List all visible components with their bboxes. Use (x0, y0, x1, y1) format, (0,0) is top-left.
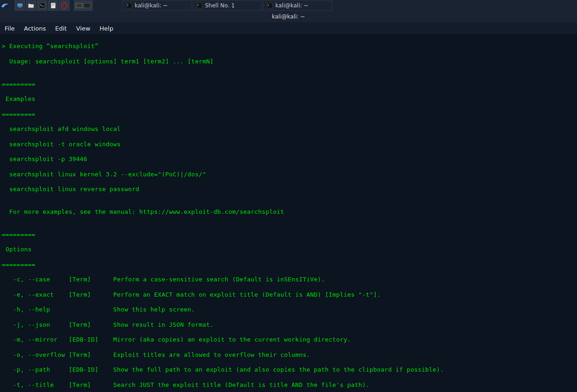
svg-rect-2 (39, 3, 45, 8)
terminal-output[interactable]: > Executing “searchsploit” Usage: search… (0, 34, 577, 392)
svg-point-7 (62, 3, 67, 8)
term-line: ========= (2, 231, 575, 238)
terminal-mini-icon (197, 3, 202, 8)
browser-icon[interactable] (59, 0, 69, 11)
term-line: -o, --overflow [Term] Exploit titles are… (2, 351, 575, 359)
term-line: Options (2, 246, 575, 253)
desktop-icon[interactable] (15, 0, 25, 11)
files-icon[interactable] (26, 0, 36, 11)
term-line: ========= (2, 81, 575, 88)
menu-view[interactable]: View (76, 25, 90, 32)
term-line: searchsploit -t oracle windows (2, 141, 575, 148)
term-line: -e, --exact [Term] Perform an EXACT matc… (2, 291, 575, 299)
workspace-switcher-icon[interactable] (74, 0, 93, 11)
menu-file[interactable]: File (5, 25, 15, 32)
svg-rect-13 (267, 3, 273, 8)
svg-rect-12 (197, 3, 202, 8)
taskbar-btn-shell[interactable]: Shell No. 1 (192, 0, 262, 11)
term-line: > Executing “searchsploit” (2, 43, 575, 50)
term-line: ========= (2, 111, 575, 118)
text-editor-icon[interactable] (48, 0, 58, 11)
svg-rect-11 (126, 3, 132, 8)
terminal-mini-icon (267, 3, 273, 8)
term-line: -m, --mirror [EDB-ID] Mirror (aka copies… (2, 336, 575, 343)
term-line: searchsploit afd windows local (2, 125, 575, 133)
taskbar-label: kali@kali: ~ (135, 2, 168, 9)
term-line: searchsploit linux kernel 3.2 --exclude=… (2, 171, 575, 178)
svg-rect-9 (76, 3, 82, 8)
taskbar-label: Shell No. 1 (205, 2, 235, 9)
svg-rect-3 (51, 3, 56, 8)
svg-rect-1 (19, 7, 21, 8)
term-line: ========= (2, 261, 575, 268)
taskbar-btn-term2[interactable]: kali@kali: ~ (263, 0, 332, 11)
term-line: -p, --path [EDB-ID] Show the full path t… (2, 366, 575, 373)
term-line: Usage: searchsploit [options] term1 [ter… (2, 58, 575, 65)
menubar: File Actions Edit View Help (0, 22, 577, 34)
term-line: -j, --json [Term] Show result in JSON fo… (2, 321, 575, 329)
svg-rect-0 (17, 3, 23, 7)
taskbar-btn-term1[interactable]: kali@kali: ~ (122, 0, 192, 11)
taskbar: kali@kali: ~ Shell No. 1 kali@kali: ~ (0, 0, 577, 11)
taskbar-label: kali@kali: ~ (275, 2, 308, 9)
menu-actions[interactable]: Actions (24, 25, 46, 32)
term-line: -t, --title [Term] Search JUST the explo… (2, 381, 575, 389)
term-line: -h, --help Show this help screen. (2, 306, 575, 313)
terminal-icon[interactable] (37, 0, 47, 11)
term-line: -c, --case [Term] Perform a case-sensiti… (2, 276, 575, 283)
window-titlebar: kali@kali: ~ (0, 11, 577, 22)
window-title: kali@kali: ~ (272, 13, 305, 20)
terminal-mini-icon (126, 3, 132, 8)
term-line: searchsploit linux reverse password (2, 186, 575, 193)
menu-help[interactable]: Help (99, 25, 113, 32)
term-line: Examples (2, 95, 575, 103)
term-line: searchsploit -p 39446 (2, 156, 575, 163)
svg-rect-10 (84, 3, 90, 8)
kali-menu-icon[interactable] (0, 0, 10, 11)
term-line: For more examples, see the manual: https… (2, 208, 575, 216)
menu-edit[interactable]: Edit (55, 25, 67, 32)
